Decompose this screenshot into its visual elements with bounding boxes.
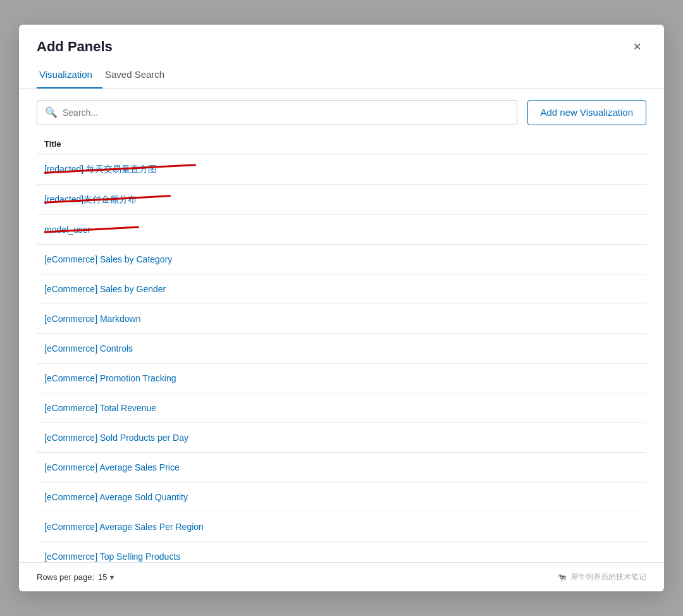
table-row[interactable]: model_user [37, 215, 646, 245]
modal-overlay: Add Panels × Visualization Saved Search … [0, 0, 683, 616]
watermark: 🐄 犀牛饲养员的技术笔记 [557, 572, 646, 582]
tab-saved-search[interactable]: Saved Search [102, 64, 175, 89]
tab-visualization[interactable]: Visualization [37, 64, 102, 89]
table-row[interactable]: [eCommerce] Average Sold Quantity [37, 483, 646, 512]
row-link[interactable]: [eCommerce] Controls [44, 343, 133, 354]
watermark-icon: 🐄 [557, 573, 567, 582]
row-link[interactable]: [eCommerce] Top Selling Products [44, 551, 180, 562]
column-header-title: Title [37, 134, 646, 154]
row-link[interactable]: [eCommerce] Average Sales Price [44, 462, 180, 472]
table-row[interactable]: [redacted]支付金额分布 [37, 185, 646, 215]
table-row[interactable]: [redacted] 每天交易量直方图 [37, 154, 646, 185]
row-link[interactable]: [eCommerce] Markdown [44, 314, 141, 324]
chevron-down-icon: ▼ [109, 574, 116, 581]
row-link[interactable]: [eCommerce] Sold Products per Day [44, 433, 188, 443]
close-button[interactable]: × [628, 37, 646, 56]
toolbar: 🔍 Add new Visualization [19, 89, 664, 134]
table-row[interactable]: [eCommerce] Sales by Gender [37, 274, 646, 304]
table-row[interactable]: [eCommerce] Controls [37, 334, 646, 364]
modal-header: Add Panels × [19, 25, 664, 56]
add-new-visualization-button[interactable]: Add new Visualization [527, 100, 646, 125]
table-row[interactable]: [eCommerce] Top Selling Products [37, 542, 646, 562]
table-row[interactable]: [eCommerce] Markdown [37, 304, 646, 334]
row-link[interactable]: [eCommerce] Average Sold Quantity [44, 492, 188, 502]
watermark-text: 犀牛饲养员的技术笔记 [570, 572, 646, 582]
table-row[interactable]: [eCommerce] Sales by Category [37, 245, 646, 274]
row-link[interactable]: [eCommerce] Total Revenue [44, 403, 156, 413]
row-link[interactable]: [eCommerce] Sales by Category [44, 254, 172, 264]
search-icon: 🔍 [45, 106, 58, 118]
footer: Rows per page: 15 ▼ 🐄 犀牛饲养员的技术笔记 [19, 562, 664, 591]
rows-per-page-label: Rows per page: [37, 572, 94, 582]
add-panels-modal: Add Panels × Visualization Saved Search … [19, 25, 664, 591]
tabs-bar: Visualization Saved Search [19, 56, 664, 89]
modal-title: Add Panels [37, 39, 113, 55]
table-row[interactable]: [eCommerce] Average Sales Price [37, 453, 646, 483]
search-wrap: 🔍 [37, 100, 517, 125]
table-row[interactable]: [eCommerce] Sold Products per Day [37, 423, 646, 453]
row-link[interactable]: model_user [44, 225, 90, 235]
rows-per-page-control: Rows per page: 15 ▼ [37, 572, 115, 582]
rows-per-page-dropdown[interactable]: 15 ▼ [98, 572, 115, 582]
table-row[interactable]: [eCommerce] Promotion Tracking [37, 364, 646, 393]
table-area: Title [redacted] 每天交易量直方图 [redacted]支付金额… [19, 134, 664, 562]
row-link[interactable]: [redacted] 每天交易量直方图 [44, 164, 157, 174]
row-link[interactable]: [eCommerce] Sales by Gender [44, 284, 166, 294]
row-link[interactable]: [redacted]支付金额分布 [44, 194, 137, 204]
rows-per-page-value: 15 [98, 572, 107, 582]
row-link[interactable]: [eCommerce] Average Sales Per Region [44, 522, 204, 532]
row-link[interactable]: [eCommerce] Promotion Tracking [44, 373, 176, 383]
search-input[interactable] [63, 108, 509, 118]
table-row[interactable]: [eCommerce] Total Revenue [37, 393, 646, 423]
table-row[interactable]: [eCommerce] Average Sales Per Region [37, 512, 646, 542]
